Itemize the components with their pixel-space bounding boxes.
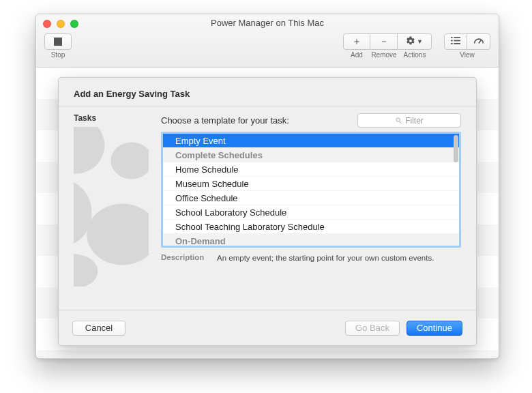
actions-button[interactable]: ▼: [398, 33, 432, 50]
toolbar: Stop ＋ － ▼: [36, 31, 499, 68]
svg-rect-0: [451, 37, 453, 38]
list-item[interactable]: School Laboratory Schedule: [163, 205, 459, 220]
stop-label: Stop: [51, 51, 65, 59]
toolbar-stop-group: Stop: [44, 33, 72, 59]
plus-icon: ＋: [352, 35, 361, 48]
add-label: Add: [343, 51, 370, 59]
view-gauge-button[interactable]: [467, 33, 490, 50]
view-list-button[interactable]: [444, 33, 467, 50]
choose-template-label: Choose a template for your task:: [161, 115, 351, 126]
toolbar-view-group: View: [444, 33, 490, 59]
filter-placeholder: Filter: [405, 116, 424, 126]
tasks-header: Tasks: [74, 113, 149, 123]
remove-button[interactable]: －: [370, 33, 398, 50]
go-back-button[interactable]: Go Back: [345, 321, 400, 336]
list-section-header: On-Demand: [163, 234, 459, 246]
zoom-window-button[interactable]: [70, 20, 78, 28]
svg-rect-2: [451, 40, 453, 42]
actions-label: Actions: [398, 51, 432, 59]
description-row: Description An empty event; the starting…: [161, 253, 461, 264]
list-item[interactable]: Empty Event: [163, 134, 459, 148]
list-item[interactable]: Office Schedule: [163, 191, 459, 205]
list-item[interactable]: School Teaching Laboratory Schedule: [163, 220, 459, 234]
svg-rect-1: [454, 37, 460, 38]
filter-field[interactable]: Filter: [357, 113, 461, 128]
continue-button-label: Continue: [417, 323, 452, 333]
sheet-footer: Cancel Go Back Continue: [59, 310, 476, 345]
svg-rect-4: [451, 43, 453, 44]
sheet-dialog: Add an Energy Saving Task Tasks: [58, 77, 477, 346]
description-label: Description: [161, 253, 210, 264]
go-back-button-label: Go Back: [355, 323, 389, 333]
list-item[interactable]: Home Schedule: [163, 162, 459, 177]
svg-point-12: [396, 118, 400, 122]
stop-icon: [54, 38, 62, 46]
list-item[interactable]: Museum Schedule: [163, 177, 459, 191]
svg-rect-5: [454, 43, 460, 44]
search-icon: [395, 117, 402, 124]
choose-row: Choose a template for your task: Filter: [161, 113, 461, 128]
traffic-lights: [43, 20, 78, 28]
window: Power Manager on This Mac Stop ＋ －: [35, 14, 499, 359]
description-value: An empty event; the starting point for y…: [217, 253, 461, 264]
scrollbar-thumb[interactable]: [454, 135, 458, 162]
view-label: View: [444, 51, 490, 59]
sheet-body: Tasks Choose a template for your task:: [59, 106, 476, 310]
window-title: Power Manager on This Mac: [36, 14, 499, 28]
minus-icon: －: [379, 35, 389, 48]
svg-point-8: [110, 143, 149, 179]
svg-point-11: [74, 254, 98, 287]
svg-rect-3: [454, 40, 460, 42]
sheet-left-column: Tasks: [74, 113, 149, 310]
close-window-button[interactable]: [43, 20, 51, 28]
svg-point-7: [74, 127, 104, 173]
decorative-blobs: [74, 127, 149, 287]
minimize-window-button[interactable]: [57, 20, 65, 28]
toolbar-edit-group: ＋ － ▼ Add Remove Actions: [343, 33, 432, 59]
sheet-title: Add an Energy Saving Task: [59, 78, 476, 106]
remove-label: Remove: [370, 51, 398, 59]
sheet-right-column: Choose a template for your task: Filter …: [161, 113, 461, 310]
list-icon: [451, 36, 460, 47]
svg-line-6: [479, 40, 481, 44]
chevron-down-icon: ▼: [417, 38, 423, 45]
cancel-button[interactable]: Cancel: [72, 321, 125, 336]
add-button[interactable]: ＋: [343, 33, 370, 50]
svg-line-13: [400, 121, 402, 123]
cancel-button-label: Cancel: [85, 323, 113, 333]
template-list[interactable]: Empty EventComplete SchedulesHome Schedu…: [161, 132, 461, 248]
gear-icon: [406, 36, 415, 48]
svg-point-10: [87, 204, 149, 265]
gauge-icon: [473, 36, 484, 47]
continue-button[interactable]: Continue: [407, 321, 462, 336]
stop-button[interactable]: [44, 33, 72, 50]
list-section-header: Complete Schedules: [163, 148, 459, 162]
titlebar: Power Manager on This Mac Stop ＋ －: [36, 14, 499, 68]
